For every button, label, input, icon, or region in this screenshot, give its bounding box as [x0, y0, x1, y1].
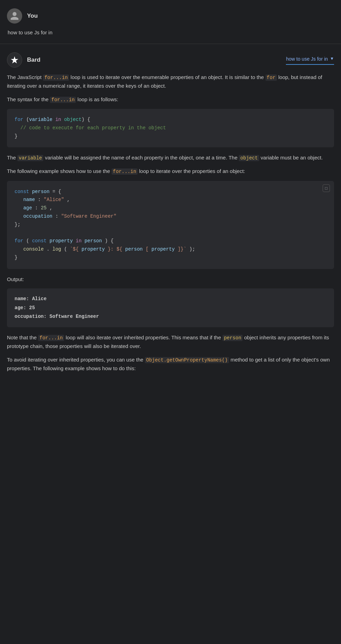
code-block-example: □ const person = { name : "Alice" , age [7, 181, 334, 269]
user-name: You [27, 11, 38, 20]
intro-paragraph-1: The JavaScript for...in loop is used to … [7, 73, 334, 90]
user-avatar [7, 8, 22, 24]
variable-paragraph: The variable variable will be assigned t… [7, 154, 334, 162]
output-line-2: age: 25 [15, 304, 326, 312]
example-text-2: loop to iterate over the properties of a… [138, 168, 245, 174]
forin-code-1: for...in [43, 75, 69, 81]
for-code: for [265, 75, 277, 81]
bard-content: The JavaScript for...in loop is used to … [7, 73, 334, 373]
example-intro-paragraph: The following example shows how to use t… [7, 167, 334, 176]
bard-star-icon [10, 55, 19, 64]
user-header: You [7, 8, 334, 24]
syntax-text-1: The syntax for the [7, 96, 50, 102]
output-line-3: occupation: Software Engineer [15, 312, 326, 321]
intro-text-1b: loop is used to iterate over the enumera… [69, 74, 265, 80]
bard-header: Bard how to use Js for in ▼ [7, 52, 334, 68]
note-text-1: Note that the [7, 334, 38, 340]
copy-button[interactable]: □ [323, 184, 330, 192]
note-paragraph: Note that the for...in loop will also it… [7, 333, 334, 351]
code-ex-line-8: } [15, 254, 326, 262]
output-label: Output: [7, 275, 334, 284]
code-block-syntax: for (variable in object) { // code to ex… [7, 109, 334, 147]
person-code: person [222, 335, 243, 341]
bard-header-left: Bard [7, 52, 41, 68]
forin-code-2: for...in [50, 97, 76, 103]
code-ex-line-2: name : "Alice" , [15, 196, 326, 204]
bard-query-tab-label: how to use Js for in [286, 55, 328, 63]
code-line-close: } [15, 132, 326, 141]
avoid-text-1: To avoid iterating over inherited proper… [7, 357, 145, 363]
bard-query-tab[interactable]: how to use Js for in ▼ [286, 55, 334, 65]
object-code: object [239, 155, 259, 161]
var-text-2: variable will be assigned the name of ea… [43, 155, 239, 160]
chevron-down-icon: ▼ [330, 55, 334, 62]
user-section: You how to use Js for in [0, 0, 341, 44]
code-ex-line-4: occupation : "Software Engineer" [15, 212, 326, 221]
user-message: how to use Js for in [7, 28, 334, 37]
variable-code: variable [17, 155, 43, 161]
example-text-1: The following example shows how to use t… [7, 168, 112, 174]
bard-name: Bard [27, 55, 41, 64]
code-ex-line-1: const person = { [15, 188, 326, 196]
var-text-3: variable must be an object. [259, 155, 323, 160]
getownprop-code: Object.getOwnPropertyNames() [145, 357, 229, 363]
intro-text-1: The JavaScript [7, 74, 43, 80]
code-ex-line-6: for ( const property in person ) { [15, 237, 326, 245]
output-line-1: name: Alice [15, 295, 326, 303]
code-ex-line-3: age : 25 , [15, 204, 326, 212]
forin-code-3: for...in [112, 168, 138, 175]
bard-section: Bard how to use Js for in ▼ The JavaScri… [0, 44, 341, 385]
syntax-intro-paragraph: The syntax for the for...in loop is as f… [7, 95, 334, 104]
code-line-comment: // code to execute for each property in … [15, 124, 326, 132]
avoid-paragraph: To avoid iterating over inherited proper… [7, 356, 334, 373]
code-ex-line-7: console . log ( `${ property }: ${ perso… [15, 245, 326, 254]
syntax-text-2: loop is as follows: [76, 96, 118, 102]
code-line-1: for (variable in object) { [15, 116, 326, 124]
output-block: name: Alice age: 25 occupation: Software… [7, 288, 334, 327]
var-text-1: The [7, 155, 17, 160]
forin-code-4: for...in [38, 335, 64, 341]
person-icon [10, 11, 19, 21]
code-ex-line-5: }; [15, 221, 326, 229]
kw-for: for [15, 117, 23, 122]
bard-avatar [7, 52, 22, 68]
note-text-2: loop will also iterate over inherited pr… [64, 334, 222, 340]
